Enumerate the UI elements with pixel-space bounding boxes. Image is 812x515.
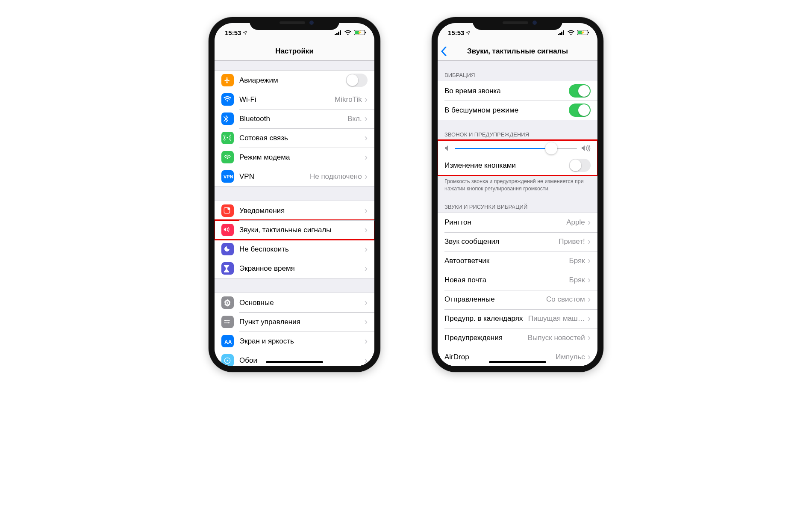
row-value: Бряк	[569, 276, 585, 284]
status-time: 15:53	[225, 29, 241, 36]
row-label: Новая почта	[444, 276, 569, 284]
wifi-icon	[344, 30, 351, 35]
chevron-right-icon: ›	[365, 337, 368, 346]
chevron-right-icon: ›	[365, 356, 368, 365]
row-label: В бесшумном режиме	[444, 106, 569, 115]
settings-row[interactable]: BluetoothВкл.›	[215, 109, 374, 128]
cellular-icon	[558, 30, 565, 35]
location-icon	[243, 30, 247, 35]
chevron-right-icon: ›	[588, 256, 591, 266]
phone-sounds: 15:53 ⚡ Звуки, тактильные сигналы ВИБРАЦ…	[432, 17, 603, 372]
toggle-switch[interactable]	[569, 159, 591, 172]
settings-row[interactable]: AAЭкран и яркость›	[215, 331, 374, 351]
antenna-icon	[221, 132, 234, 144]
settings-row[interactable]: Обои›	[215, 351, 374, 366]
svg-point-0	[227, 137, 228, 138]
settings-row[interactable]: Уведомления›	[215, 201, 374, 220]
back-button[interactable]	[441, 42, 447, 60]
chevron-right-icon: ›	[588, 237, 591, 246]
sound-icon	[221, 224, 234, 236]
nav-title: Звуки, тактильные сигналы	[438, 42, 597, 61]
battery-icon: ⚡	[354, 30, 365, 35]
phone-settings: 15:53 ⚡ Настройки АвиарежимWi-FiMikroTik…	[209, 17, 380, 372]
group-ringer-highlight: Изменение кнопками	[438, 140, 597, 175]
group-general: Основные›Пункт управления›AAЭкран и ярко…	[215, 293, 374, 366]
toggle-switch[interactable]	[346, 74, 368, 87]
chevron-right-icon: ›	[365, 206, 368, 216]
notch	[250, 17, 339, 30]
settings-row[interactable]: Новая почтаБряк›	[438, 271, 597, 290]
settings-row[interactable]: Звуки, тактильные сигналы›	[215, 220, 374, 240]
settings-row[interactable]: Основные›	[215, 293, 374, 312]
row-label: Изменение кнопками	[444, 161, 569, 170]
row-value: Выпуск новостей	[528, 334, 585, 342]
row-label: Не беспокоить	[239, 245, 365, 254]
row-value: Вкл.	[347, 115, 362, 123]
settings-row[interactable]: Авиарежим	[215, 71, 374, 90]
row-value: Импульс	[556, 353, 585, 361]
row-label: Режим модема	[239, 153, 365, 162]
chevron-right-icon: ›	[365, 225, 368, 235]
group-notifications: Уведомления›Звуки, тактильные сигналы›Не…	[215, 201, 374, 278]
settings-row[interactable]: ПредупрежденияВыпуск новостей›	[438, 329, 597, 348]
vpn-icon: VPN	[221, 170, 234, 183]
settings-row[interactable]: ОтправленныеСо свистом›	[438, 290, 597, 309]
chevron-right-icon: ›	[365, 298, 368, 308]
chevron-right-icon: ›	[588, 275, 591, 285]
cellular-icon	[335, 30, 342, 35]
volume-high-icon	[581, 145, 591, 151]
ringer-volume-slider[interactable]	[455, 148, 577, 149]
settings-row[interactable]: АвтоответчикБряк›	[438, 252, 597, 271]
screentime-icon	[221, 262, 234, 275]
chevron-right-icon: ›	[365, 95, 368, 104]
settings-row[interactable]: В бесшумном режиме	[438, 101, 597, 120]
chevron-right-icon: ›	[365, 153, 368, 162]
chevron-right-icon: ›	[588, 218, 591, 227]
section-header-patterns: ЗВУКИ И РИСУНКИ ВИБРАЦИЙ	[438, 192, 597, 213]
row-value: MikroTik	[335, 95, 362, 104]
row-label: Рингтон	[444, 218, 566, 227]
settings-row[interactable]: VPNVPNНе подключено›	[215, 167, 374, 186]
home-indicator[interactable]	[266, 361, 323, 363]
chevron-right-icon: ›	[365, 133, 368, 143]
settings-row[interactable]: Звук сообщенияПривет!›	[438, 232, 597, 252]
row-value: Бряк	[569, 257, 585, 265]
settings-row[interactable]: Режим модема›	[215, 148, 374, 167]
wifi-icon	[568, 30, 574, 35]
ringer-volume-row[interactable]	[438, 141, 597, 156]
settings-row[interactable]: AirDropИмпульс›	[438, 348, 597, 366]
settings-row[interactable]: РингтонApple›	[438, 213, 597, 232]
row-label: Обои	[239, 356, 365, 365]
settings-row[interactable]: Не беспокоить›	[215, 240, 374, 259]
display-icon: AA	[221, 335, 234, 347]
general-icon	[221, 296, 234, 309]
svg-point-9	[228, 322, 229, 323]
settings-row[interactable]: Экранное время›	[215, 259, 374, 278]
page-title: Звуки, тактильные сигналы	[467, 47, 568, 56]
settings-row[interactable]: Во время звонка	[438, 81, 597, 101]
row-value: Apple	[566, 218, 585, 227]
row-label: Bluetooth	[239, 115, 347, 123]
row-label: Wi-Fi	[239, 95, 335, 104]
settings-row[interactable]: Сотовая связь›	[215, 128, 374, 148]
chevron-right-icon: ›	[365, 317, 368, 327]
toggle-switch[interactable]	[569, 104, 591, 117]
chevron-left-icon	[441, 47, 447, 56]
svg-text:VPN: VPN	[224, 174, 233, 179]
row-label: Звук сообщения	[444, 237, 559, 246]
row-value: Не подключено	[310, 172, 362, 181]
row-label: Авиарежим	[239, 76, 346, 85]
row-value: Пишущая маш…	[528, 314, 585, 323]
section-header-ringer: ЗВОНОК И ПРЕДУПРЕЖДЕНИЯ	[438, 120, 597, 140]
airplane-icon	[221, 74, 234, 86]
group-vibration: Во время звонкаВ бесшумном режиме	[438, 81, 597, 120]
wallpaper-icon	[221, 354, 234, 366]
toggle-switch[interactable]	[569, 84, 591, 98]
group-network: АвиарежимWi-FiMikroTik›BluetoothВкл.›Сот…	[215, 70, 374, 186]
change-with-buttons-row[interactable]: Изменение кнопками	[438, 156, 597, 175]
settings-row[interactable]: Wi-FiMikroTik›	[215, 90, 374, 109]
home-indicator[interactable]	[489, 361, 546, 363]
svg-point-8	[225, 320, 226, 321]
settings-row[interactable]: Пункт управления›	[215, 312, 374, 331]
settings-row[interactable]: Предупр. в календаряхПишущая маш…›	[438, 309, 597, 329]
